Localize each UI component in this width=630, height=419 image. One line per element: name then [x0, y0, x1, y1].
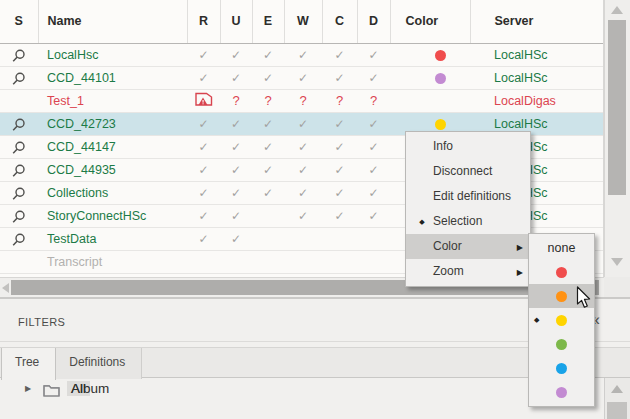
table-vertical-scrollbar[interactable] — [604, 0, 630, 277]
flag-d: ✓ — [357, 66, 390, 89]
flag-c: ✓ — [322, 204, 357, 227]
connection-name: TestData — [38, 227, 187, 250]
connection-name: StoryConnectHSc — [38, 204, 187, 227]
flag-w: ✓ — [284, 135, 322, 158]
flag-r: ✓ — [198, 186, 208, 200]
column-header-name[interactable]: Name — [38, 0, 187, 43]
search-icon[interactable] — [0, 233, 38, 247]
tree-scrollbar-thumb[interactable] — [607, 402, 627, 419]
mouse-cursor — [576, 286, 593, 314]
flag-w — [284, 227, 322, 250]
search-icon[interactable] — [0, 141, 38, 155]
scroll-down-icon[interactable] — [611, 258, 623, 266]
server-name: LocalDigas — [470, 89, 603, 112]
submenu-arrow-icon: ▶ — [517, 260, 523, 285]
flag-u: ? — [220, 89, 252, 112]
table-header-row: S Name R U E W C D Color Server — [0, 0, 603, 43]
color-swatch — [556, 339, 567, 350]
flag-r: ✓ — [198, 163, 208, 177]
menu-item-label: Selection — [433, 214, 482, 228]
flag-w: ? — [284, 89, 322, 112]
folder-icon — [43, 383, 60, 401]
menu-item-label: Edit definitions — [433, 189, 511, 203]
column-header-r[interactable]: R — [187, 0, 220, 43]
flag-u: ✓ — [220, 227, 252, 250]
flag-r: ✓ — [198, 117, 208, 131]
color-swatch — [556, 315, 567, 326]
context-menu-item[interactable]: Disconnect — [406, 159, 530, 184]
tree-item[interactable]: ▶ Album — [0, 379, 603, 401]
color-swatch — [556, 387, 567, 398]
scroll-left-icon[interactable] — [2, 283, 9, 293]
menu-item-label: Info — [433, 139, 453, 153]
server-name: LocalHSc — [470, 43, 603, 66]
scrollbar-corner — [604, 277, 630, 297]
color-submenu-item[interactable] — [529, 380, 594, 404]
flag-e — [252, 250, 284, 273]
color-submenu-item[interactable] — [529, 356, 594, 380]
flag-u: ✓ — [220, 112, 252, 135]
flag-r: ✓ — [198, 140, 208, 154]
flag-d: ? — [357, 89, 390, 112]
flag-d: ✓ — [357, 135, 390, 158]
tree-item-label: Album — [67, 381, 113, 396]
tree-vertical-scrollbar[interactable] — [604, 378, 630, 419]
server-name: LocalHSc — [470, 66, 603, 89]
color-submenu-item[interactable]: none — [529, 236, 594, 260]
table-row[interactable]: Test_1 ? ? ? ? ? LocalDigas — [0, 89, 603, 112]
search-icon[interactable] — [0, 49, 38, 63]
table-row[interactable]: LocalHsc ✓ ✓ ✓ ✓ ✓ ✓ LocalHSc — [0, 43, 603, 66]
filters-tab[interactable]: Definitions — [56, 348, 142, 379]
column-header-c[interactable]: C — [322, 0, 357, 43]
scroll-up-icon[interactable] — [611, 6, 623, 14]
column-header-server[interactable]: Server — [470, 0, 603, 43]
context-menu-item[interactable]: Zoom ▶ — [406, 259, 530, 284]
expand-arrow-icon[interactable]: ▶ — [25, 384, 31, 393]
flag-c: ✓ — [322, 43, 357, 66]
vertical-scrollbar-thumb[interactable] — [608, 20, 626, 195]
connection-name: Transcript — [38, 250, 187, 273]
filters-tab[interactable]: Tree — [1, 348, 56, 380]
column-header-e[interactable]: E — [252, 0, 284, 43]
flag-r: ✓ — [198, 71, 208, 85]
search-icon[interactable] — [0, 72, 38, 86]
submenu-arrow-icon: ▶ — [517, 235, 523, 260]
flag-r: ✓ — [198, 232, 208, 246]
flag-w: ✓ — [284, 66, 322, 89]
column-header-d[interactable]: D — [357, 0, 390, 43]
flag-e: ✓ — [252, 135, 284, 158]
app-window: S Name R U E W C D Color Server — [0, 0, 630, 419]
column-header-color[interactable]: Color — [390, 0, 470, 43]
search-icon[interactable] — [0, 118, 38, 132]
flag-u: ✓ — [220, 158, 252, 181]
flag-w: ✓ — [284, 158, 322, 181]
context-menu-item[interactable]: Edit definitions — [406, 184, 530, 209]
column-header-s[interactable]: S — [0, 0, 38, 43]
context-menu-item[interactable]: Color ▶ — [406, 234, 530, 259]
flag-e: ✓ — [252, 112, 284, 135]
color-submenu-item[interactable] — [529, 332, 594, 356]
flag-e: ✓ — [252, 43, 284, 66]
column-header-w[interactable]: W — [284, 0, 322, 43]
color-dot — [435, 50, 446, 61]
filters-tree: All ▶ Album — [0, 379, 603, 419]
context-menu-item[interactable]: ◆ Selection — [406, 209, 530, 234]
flag-w: ✓ — [284, 112, 322, 135]
color-submenu-item[interactable] — [529, 260, 594, 284]
column-header-u[interactable]: U — [220, 0, 252, 43]
context-menu-item[interactable]: Info — [406, 134, 530, 159]
search-icon[interactable] — [0, 210, 38, 224]
flag-d: ✓ — [357, 112, 390, 135]
search-icon[interactable] — [0, 187, 38, 201]
scroll-up-icon[interactable] — [611, 385, 623, 393]
color-swatch — [556, 363, 567, 374]
table-row[interactable]: CCD_44101 ✓ ✓ ✓ ✓ ✓ ✓ LocalHSc — [0, 66, 603, 89]
flag-d: ✓ — [357, 158, 390, 181]
flag-c: ✓ — [322, 66, 357, 89]
flag-u — [220, 250, 252, 273]
flag-d — [357, 227, 390, 250]
color-swatch — [556, 291, 567, 302]
connection-name: CCD_44935 — [38, 158, 187, 181]
flag-d: ✓ — [357, 181, 390, 204]
search-icon[interactable] — [0, 164, 38, 178]
